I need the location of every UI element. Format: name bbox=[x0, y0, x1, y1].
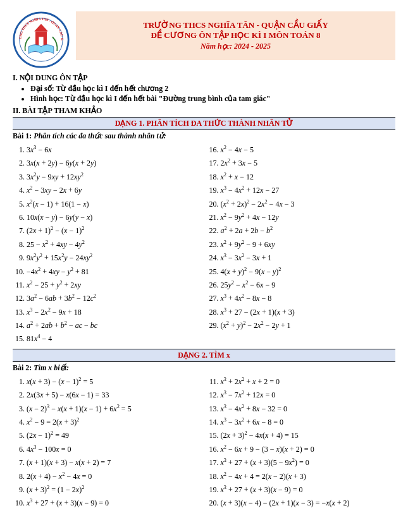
title-box: TRƯỜNG THCS NGHĨA TÂN - QUẬN CẦU GIẤY ĐỀ… bbox=[76, 11, 395, 60]
bullet-item: Đại số: Từ đầu học kì I đến hết chương 2 bbox=[30, 84, 395, 94]
problem-item: 25y2 − x2 − 6x − 9 bbox=[221, 280, 396, 291]
problem-item: x3 − 4x2 + 12x − 27 bbox=[221, 185, 396, 196]
problem-item: (2x + 3)2 − 4x(x + 4) = 15 bbox=[221, 430, 396, 441]
problem-item: (x + 3)2 = (1 − 2x)2 bbox=[27, 485, 202, 495]
problem-item: −4x2 + 4xy − y2 + 81 bbox=[27, 267, 202, 277]
bai2-title: Bài 2: Tìm x biết: bbox=[13, 363, 395, 373]
problem-item: x2 − 9 = 2(x + 3)2 bbox=[27, 417, 202, 428]
problem-item: x3 − 7x2 + 12x = 0 bbox=[221, 390, 396, 401]
problem-item: (2x + 1)2 − (x − 1)2 bbox=[27, 226, 202, 236]
problem-item: 9x2y2 + 15x2y − 24xy2 bbox=[27, 253, 202, 263]
bai2-columns: x(x + 3) − (x − 1)2 = 52x(3x + 5) − x(6x… bbox=[13, 374, 395, 512]
problem-item: x2 + x − 12 bbox=[221, 172, 396, 183]
problem-item: (x + 3)(x − 4) − (2x + 1)(x − 3) = −x(x … bbox=[221, 498, 396, 509]
problem-item: (x + 1)(x + 3) − x(x + 2) = 7 bbox=[27, 457, 202, 468]
problem-item: 2(x + 4) − x2 − 4x = 0 bbox=[27, 471, 202, 482]
problem-item: 25 − x2 + 4xy − 4y2 bbox=[27, 239, 202, 250]
bai1-left-list: 3x3 − 6x3x(x + 2y) − 6y(x + 2y)3x2y − 9x… bbox=[27, 145, 202, 345]
problem-item: x2 + 9y2 − 9 + 6xy bbox=[221, 239, 396, 250]
problem-item: x2 − 4x − 5 bbox=[221, 145, 396, 155]
problem-item: (2x − 1)2 = 49 bbox=[27, 430, 202, 441]
bai1-right-list: x2 − 4x − 52x2 + 3x − 5x2 + x − 12x3 − 4… bbox=[221, 145, 396, 331]
dang2-bar: DẠNG 2. TÌM x bbox=[13, 349, 395, 362]
problem-item: a2 + 2a + 2b − b2 bbox=[221, 226, 396, 236]
problem-item: a2 + 2ab + b2 − ac − bc bbox=[27, 320, 202, 331]
problem-item: 2x2 + 3x − 5 bbox=[221, 158, 396, 169]
bai2-left-list: x(x + 3) − (x − 1)2 = 52x(3x + 5) − x(6x… bbox=[27, 377, 202, 509]
header: TRUONG THCS NGHIA TAN - QUAN CAU GIAY TR… bbox=[13, 11, 395, 68]
school-name: TRƯỜNG THCS NGHĨA TÂN - QUẬN CẦU GIẤY bbox=[82, 20, 389, 30]
problem-item: 4x3 − 100x = 0 bbox=[27, 444, 202, 455]
dang1-bar: DẠNG 1. PHÂN TÍCH ĐA THỨC THÀNH NHÂN TỬ bbox=[13, 117, 395, 130]
problem-item: x3 + 27 + (x + 3)(5 − 9x2) = 0 bbox=[221, 457, 396, 468]
problem-item: 3x2y − 9xy + 12xy2 bbox=[27, 172, 202, 183]
doc-title: ĐỀ CƯƠNG ÔN TẬP HỌC KÌ I MÔN TOÁN 8 bbox=[82, 30, 389, 40]
problem-item: x3 + 2x2 + x + 2 = 0 bbox=[221, 377, 396, 387]
bai1-title: Bài 1: Phân tích các đa thức sau thành n… bbox=[13, 131, 395, 141]
problem-item: x2 − 3xy − 2x + 6y bbox=[27, 185, 202, 196]
problem-item: 3a2 − 6ab + 3b2 − 12c2 bbox=[27, 293, 202, 304]
problem-item: (x2 + 2x)2 − 2x2 − 4x − 3 bbox=[221, 199, 396, 210]
problem-item: x3 − 2x2 − 9x + 18 bbox=[27, 307, 202, 318]
problem-item: 81x4 − 4 bbox=[27, 334, 202, 344]
problem-item: x3 − 3x2 + 6x − 8 = 0 bbox=[221, 417, 396, 428]
problem-item: 10x(x − y) − 6y(y − x) bbox=[27, 212, 202, 223]
problem-item: (x2 + y)2 − 2x2 − 2y + 1 bbox=[221, 320, 396, 331]
bai1-text: Phân tích các đa thức sau thành nhân tử: bbox=[34, 131, 166, 140]
bai1-label: Bài 1: bbox=[13, 131, 32, 140]
bai2-label: Bài 2: bbox=[13, 363, 32, 372]
problem-item: x3 + 27 + (x + 3)(x − 9) = 0 bbox=[221, 485, 396, 495]
problem-item: (x − 2)3 − x(x + 1)(x − 1) + 6x2 = 5 bbox=[27, 404, 202, 414]
problem-item: 4(x + y)2 − 9(x − y)2 bbox=[221, 267, 396, 277]
problem-item: x3 − 3x2 − 3x + 1 bbox=[221, 253, 396, 263]
section-1-bullets: Đại số: Từ đầu học kì I đến hết chương 2… bbox=[30, 84, 395, 104]
problem-item: x3 + 4x2 − 8x − 8 bbox=[221, 293, 396, 304]
problem-item: 2x(3x + 5) − x(6x − 1) = 33 bbox=[27, 390, 202, 401]
bai2-right-list: x3 + 2x2 + x + 2 = 0x3 − 7x2 + 12x = 0x3… bbox=[221, 377, 396, 509]
problem-item: 3x3 − 6x bbox=[27, 145, 202, 155]
problem-item: x(x + 3) − (x − 1)2 = 5 bbox=[27, 377, 202, 387]
problem-item: x3 + 27 + (x + 3)(x − 9) = 0 bbox=[27, 498, 202, 509]
school-year: Năm học: 2024 - 2025 bbox=[82, 42, 389, 51]
dang2-bar-text: DẠNG 2. TÌM x bbox=[178, 351, 230, 360]
section-2-title: II. BÀI TẬP THAM KHẢO bbox=[13, 106, 395, 116]
problem-item: x2 − 4x + 4 = 2(x − 2)(x + 3) bbox=[221, 471, 396, 482]
problem-item: x2(x − 1) + 16(1 − x) bbox=[27, 199, 202, 210]
problem-item: x2 − 25 + y2 + 2xy bbox=[27, 280, 202, 291]
school-logo: TRUONG THCS NGHIA TAN - QUAN CAU GIAY bbox=[13, 11, 70, 68]
bai2-text: Tìm x biết: bbox=[34, 363, 69, 372]
problem-item: x2 − 9y2 + 4x − 12y bbox=[221, 212, 396, 223]
section-1-title: I. NỘI DUNG ÔN TẬP bbox=[13, 73, 395, 83]
problem-item: 3x(x + 2y) − 6y(x + 2y) bbox=[27, 158, 202, 169]
bai1-columns: 3x3 − 6x3x(x + 2y) − 6y(x + 2y)3x2y − 9x… bbox=[13, 142, 395, 348]
problem-item: x3 − 4x2 + 8x − 32 = 0 bbox=[221, 404, 396, 414]
bullet-item: Hình học: Từ đầu học kì I đến hết bài "Đ… bbox=[30, 94, 395, 104]
problem-item: x2 − 6x + 9 − (3 − x)(x + 2) = 0 bbox=[221, 444, 396, 455]
problem-item: x3 + 27 − (2x + 1)(x + 3) bbox=[221, 307, 396, 318]
